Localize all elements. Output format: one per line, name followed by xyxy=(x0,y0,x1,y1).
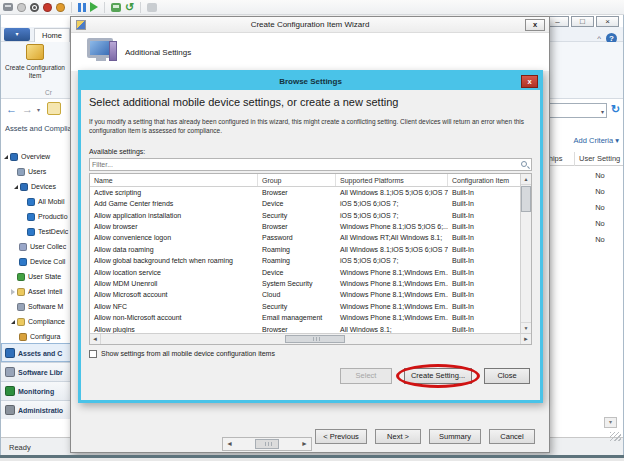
search-scope-dropdown-icon[interactable]: ▾ xyxy=(601,108,604,115)
enhanced-session-icon[interactable] xyxy=(147,3,157,12)
collection-icon xyxy=(27,213,35,221)
tree-item-configura[interactable]: Configura xyxy=(1,329,71,344)
wizard-close-button[interactable]: x xyxy=(525,19,545,31)
scroll-down-icon[interactable]: ▼ xyxy=(521,322,531,333)
dialog-description: If you modify a setting that has already… xyxy=(89,117,532,136)
tree-item-label: Asset Intell xyxy=(28,284,62,299)
show-all-settings-checkbox[interactable] xyxy=(89,350,97,358)
revert-icon[interactable]: ↺ xyxy=(125,3,134,12)
close-dialog-button[interactable]: Close xyxy=(484,368,530,384)
tree-item-overview[interactable]: Overview xyxy=(1,149,71,164)
expander-icon[interactable] xyxy=(14,185,18,189)
create-setting-button[interactable]: Create Setting... xyxy=(404,368,472,384)
refresh-icon[interactable]: ↻ xyxy=(611,103,620,116)
setting-row[interactable]: Allow browserBrowserWindows Phone 8.1;iO… xyxy=(90,221,520,232)
setting-row[interactable]: Allow data roamingRoamingAll Windows 8.1… xyxy=(90,244,520,255)
vm-horizontal-scrollbar[interactable]: ◄ ► xyxy=(222,437,312,451)
scroll-right-icon[interactable]: ► xyxy=(520,334,531,344)
setting-row[interactable]: Allow application installationSecurityiO… xyxy=(90,210,520,221)
forward-icon[interactable]: → xyxy=(22,103,33,115)
vm-scroll-right-icon[interactable]: ► xyxy=(298,438,311,450)
tree-item-users[interactable]: Users xyxy=(1,164,71,179)
checkpoint-icon[interactable] xyxy=(111,3,121,12)
tree-item-device-coll[interactable]: Device Coll xyxy=(1,254,71,269)
setting-row[interactable]: Active scriptingBrowserAll Windows 8.1;i… xyxy=(90,187,520,198)
column-header-supported-platforms[interactable]: Supported Platforms xyxy=(336,174,448,186)
tree-item-label: Device Coll xyxy=(30,254,65,269)
start-icon[interactable] xyxy=(90,2,98,12)
setting-row[interactable]: Allow NFCSecurityWindows Phone 8.1;Windo… xyxy=(90,301,520,312)
search-input[interactable]: ▾ xyxy=(549,103,607,118)
previous-button[interactable]: < Previous xyxy=(315,429,367,444)
tab-home[interactable]: Home xyxy=(34,28,70,42)
software-icon xyxy=(17,303,25,311)
vm-scrollbar-thumb[interactable] xyxy=(255,439,279,449)
tree-item-user-collec[interactable]: User Collec xyxy=(1,239,71,254)
save-state-icon[interactable] xyxy=(56,3,65,12)
resize-grip[interactable] xyxy=(610,432,621,441)
start-disabled-icon[interactable] xyxy=(17,3,26,12)
app-menu-button[interactable]: ▾ xyxy=(4,28,30,41)
maximize-button[interactable]: □ xyxy=(571,16,594,27)
tree-item-user-state[interactable]: User State xyxy=(1,269,71,284)
add-criteria-link[interactable]: Add Criteria ▾ xyxy=(574,136,619,145)
user-setting-value: No xyxy=(585,203,615,219)
wizard-titlebar[interactable]: Create Configuration Item Wizard x xyxy=(71,17,549,33)
tree-item-devices[interactable]: Devices xyxy=(1,179,71,194)
setting-platforms-cell: iOS 5;iOS 6;iOS 7; xyxy=(336,210,448,221)
tree-item-all-mobil[interactable]: All Mobil xyxy=(1,194,71,209)
history-dropdown-icon[interactable]: ▾ xyxy=(37,106,40,113)
horizontal-scrollbar-thumb[interactable] xyxy=(285,335,345,343)
vertical-scrollbar-thumb[interactable] xyxy=(521,186,531,212)
filter-input[interactable] xyxy=(92,159,512,170)
setting-row[interactable]: Allow location serviceDeviceWindows Phon… xyxy=(90,267,520,278)
ctrl-alt-del-icon[interactable] xyxy=(3,3,13,11)
setting-row[interactable]: Allow global background fetch when roami… xyxy=(90,255,520,266)
tree-item-asset-intell[interactable]: Asset Intell xyxy=(1,284,71,299)
vertical-scrollbar[interactable]: ▲ ▼ xyxy=(520,174,531,333)
pause-icon[interactable] xyxy=(78,3,86,12)
usercoll-icon xyxy=(19,243,27,251)
column-header-group[interactable]: Group xyxy=(258,174,336,186)
user-setting-value: No xyxy=(585,171,615,187)
back-icon[interactable]: ← xyxy=(6,103,17,115)
turn-off-icon[interactable] xyxy=(30,3,39,12)
workspace-administratio[interactable]: Administratio xyxy=(1,400,71,419)
setting-row[interactable]: Add Game Center friendsDeviceiOS 5;iOS 6… xyxy=(90,198,520,209)
userstate-icon xyxy=(17,273,25,281)
vm-scroll-left-icon[interactable]: ◄ xyxy=(223,438,236,450)
shut-down-icon[interactable] xyxy=(43,3,52,12)
workspace-assets-and-c[interactable]: Assets and C xyxy=(1,343,71,362)
vm-scroll-corner-button[interactable]: ▾ xyxy=(604,417,617,428)
column-header-configuration-item[interactable]: Configuration Item xyxy=(448,174,520,186)
column-header-user-setting[interactable]: User Setting xyxy=(579,154,620,163)
tree-item-testdevic[interactable]: TestDevic xyxy=(1,224,71,239)
workspace-software-libr[interactable]: Software Libr xyxy=(1,362,71,381)
select-button[interactable]: Select xyxy=(340,368,392,384)
tree-item-compliance[interactable]: Compliance xyxy=(1,314,71,329)
close-button[interactable]: × xyxy=(596,16,619,27)
summary-button[interactable]: Summary xyxy=(429,429,481,444)
scroll-left-icon[interactable]: ◄ xyxy=(90,334,101,344)
setting-row[interactable]: Allow MDM UnenrollSystem SecurityWindows… xyxy=(90,278,520,289)
next-button[interactable]: Next > xyxy=(375,429,421,444)
expander-icon[interactable] xyxy=(11,320,15,324)
tree-item-label: User State xyxy=(28,269,61,284)
scroll-up-icon[interactable]: ▲ xyxy=(521,174,531,185)
column-header-name[interactable]: Name xyxy=(90,174,258,186)
tree-item-software-m[interactable]: Software M xyxy=(1,299,71,314)
workspace-monitoring[interactable]: Monitoring xyxy=(1,381,71,400)
expander-icon[interactable] xyxy=(4,155,8,159)
dialog-titlebar[interactable]: Browse Settings x xyxy=(81,73,540,90)
cancel-button[interactable]: Cancel xyxy=(489,429,535,444)
setting-row[interactable]: Allow non-Microsoft accountEmail managem… xyxy=(90,312,520,323)
setting-row[interactable]: Allow convenience logonPasswordAll Windo… xyxy=(90,232,520,243)
filter-row xyxy=(89,158,532,171)
create-configuration-item-button[interactable]: Create Configuration Item xyxy=(3,44,67,92)
dialog-close-button[interactable]: x xyxy=(521,75,538,88)
setting-group-cell: Security xyxy=(258,301,336,312)
setting-row[interactable]: Allow Microsoft accountCloudWindows Phon… xyxy=(90,289,520,300)
expander-icon[interactable] xyxy=(11,289,15,295)
horizontal-scrollbar[interactable]: ◄ ► xyxy=(90,333,531,344)
tree-item-productio[interactable]: Productio xyxy=(1,209,71,224)
